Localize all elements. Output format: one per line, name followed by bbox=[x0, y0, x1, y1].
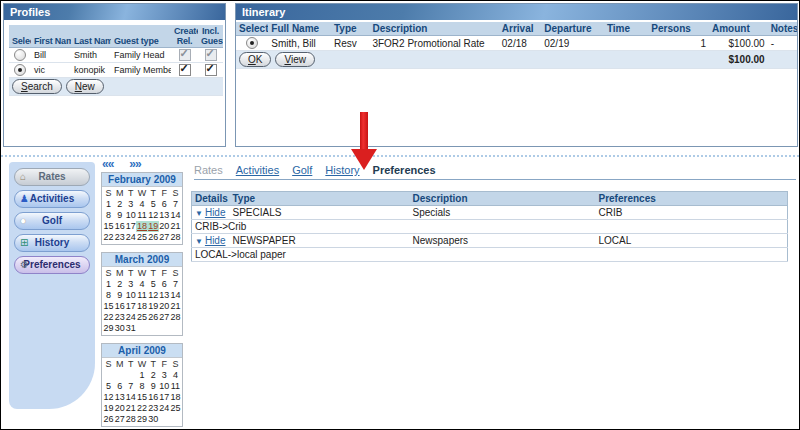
calendar-day[interactable]: 9 bbox=[114, 290, 125, 301]
search-button[interactable]: Search bbox=[12, 79, 62, 94]
sidebar-item-preferences[interactable]: ⚙Preferences bbox=[14, 256, 90, 274]
calendar-day[interactable]: 21 bbox=[125, 403, 136, 414]
calendar-day[interactable]: 21 bbox=[170, 221, 181, 232]
ok-button[interactable]: OK bbox=[239, 52, 271, 67]
calendar-day[interactable]: 10 bbox=[125, 290, 136, 301]
radio-button[interactable] bbox=[246, 37, 258, 49]
calendar-day[interactable]: 27 bbox=[159, 232, 170, 243]
calendar-day[interactable]: 28 bbox=[170, 312, 181, 323]
calendar-day[interactable]: 15 bbox=[136, 392, 147, 403]
calendar-day[interactable]: 7 bbox=[170, 199, 181, 210]
tab-activities[interactable]: Activities bbox=[236, 164, 279, 176]
calendar-day[interactable]: 16 bbox=[114, 301, 125, 312]
calendar-prev-icon[interactable]: «« bbox=[102, 157, 113, 171]
calendar-day[interactable]: 2 bbox=[114, 199, 125, 210]
calendar-day[interactable]: 7 bbox=[125, 381, 136, 392]
calendar-day[interactable]: 15 bbox=[103, 301, 114, 312]
new-button[interactable]: New bbox=[66, 79, 104, 94]
calendar-day[interactable]: 23 bbox=[114, 312, 125, 323]
tab-golf[interactable]: Golf bbox=[292, 164, 312, 176]
checkbox[interactable] bbox=[179, 64, 191, 76]
calendar-day[interactable]: 30 bbox=[148, 414, 159, 425]
calendar-day[interactable]: 15 bbox=[103, 221, 114, 232]
calendar-day[interactable]: 1 bbox=[103, 199, 114, 210]
calendar-day[interactable]: 23 bbox=[148, 403, 159, 414]
calendar-day[interactable]: 11 bbox=[170, 381, 181, 392]
calendar-day[interactable]: 14 bbox=[170, 290, 181, 301]
calendar-day[interactable]: 20 bbox=[159, 301, 170, 312]
calendar-day[interactable]: 28 bbox=[170, 232, 181, 243]
calendar-day[interactable]: 11 bbox=[136, 290, 147, 301]
calendar-day[interactable]: 27 bbox=[159, 312, 170, 323]
calendar-day[interactable]: 27 bbox=[114, 414, 125, 425]
radio-button[interactable] bbox=[14, 64, 26, 76]
calendar-day[interactable]: 24 bbox=[125, 232, 136, 243]
calendar-day[interactable]: 3 bbox=[159, 370, 170, 381]
calendar-day[interactable]: 1 bbox=[136, 370, 147, 381]
calendar-day[interactable]: 5 bbox=[148, 279, 159, 290]
calendar-day[interactable]: 18 bbox=[136, 301, 147, 312]
calendar-day[interactable]: 9 bbox=[114, 210, 125, 221]
calendar-day[interactable]: 6 bbox=[159, 279, 170, 290]
calendar-day[interactable]: 8 bbox=[103, 210, 114, 221]
calendar-day[interactable]: 8 bbox=[103, 290, 114, 301]
calendar-day[interactable]: 4 bbox=[136, 199, 147, 210]
calendar-day[interactable]: 17 bbox=[125, 221, 136, 232]
calendar-day[interactable]: 23 bbox=[114, 232, 125, 243]
calendar-day[interactable]: 31 bbox=[125, 323, 136, 334]
calendar-day[interactable]: 25 bbox=[136, 312, 147, 323]
calendar-day[interactable]: 18 bbox=[136, 221, 147, 232]
calendar-day[interactable]: 16 bbox=[148, 392, 159, 403]
calendar-day[interactable]: 5 bbox=[148, 199, 159, 210]
calendar-day[interactable]: 22 bbox=[103, 232, 114, 243]
calendar-day[interactable]: 24 bbox=[125, 312, 136, 323]
sidebar-item-golf[interactable]: ●Golf bbox=[14, 212, 90, 230]
sidebar-item-activities[interactable]: ♟Activities bbox=[14, 190, 90, 208]
checkbox[interactable] bbox=[179, 49, 191, 61]
calendar-day[interactable]: 4 bbox=[136, 279, 147, 290]
calendar-day[interactable]: 14 bbox=[125, 392, 136, 403]
calendar-day[interactable]: 9 bbox=[148, 381, 159, 392]
calendar-day[interactable]: 12 bbox=[148, 210, 159, 221]
calendar-day[interactable]: 22 bbox=[103, 312, 114, 323]
calendar-day[interactable]: 25 bbox=[170, 403, 181, 414]
calendar-day[interactable]: 13 bbox=[114, 392, 125, 403]
calendar-day[interactable]: 4 bbox=[170, 370, 181, 381]
calendar-day[interactable]: 3 bbox=[125, 199, 136, 210]
calendar-day[interactable]: 19 bbox=[148, 221, 159, 232]
calendar-day[interactable]: 18 bbox=[170, 392, 181, 403]
calendar-day[interactable]: 20 bbox=[159, 221, 170, 232]
calendar-day[interactable]: 26 bbox=[148, 312, 159, 323]
calendar-day[interactable]: 3 bbox=[125, 279, 136, 290]
tab-preferences[interactable]: Preferences bbox=[373, 164, 436, 176]
checkbox[interactable] bbox=[205, 64, 217, 76]
calendar-day[interactable]: 19 bbox=[103, 403, 114, 414]
calendar-day[interactable]: 6 bbox=[159, 199, 170, 210]
calendar-day[interactable]: 14 bbox=[170, 210, 181, 221]
sidebar-item-history[interactable]: ⊞History bbox=[14, 234, 90, 252]
calendar-next-icon[interactable]: »» bbox=[129, 157, 140, 171]
calendar-day[interactable]: 16 bbox=[114, 221, 125, 232]
calendar-day[interactable]: 8 bbox=[136, 381, 147, 392]
calendar-day[interactable]: 10 bbox=[159, 381, 170, 392]
view-button[interactable]: View bbox=[275, 52, 315, 67]
checkbox[interactable] bbox=[205, 49, 217, 61]
calendar-day[interactable]: 21 bbox=[170, 301, 181, 312]
calendar-day[interactable]: 26 bbox=[148, 232, 159, 243]
calendar-day[interactable]: 5 bbox=[103, 381, 114, 392]
calendar-day[interactable]: 22 bbox=[136, 403, 147, 414]
calendar-day[interactable]: 11 bbox=[136, 210, 147, 221]
hide-link[interactable]: Hide bbox=[205, 207, 226, 218]
calendar-day[interactable]: 17 bbox=[159, 392, 170, 403]
radio-button[interactable] bbox=[14, 49, 26, 61]
calendar-day[interactable]: 24 bbox=[159, 403, 170, 414]
calendar-day[interactable]: 2 bbox=[114, 279, 125, 290]
calendar-day[interactable]: 2 bbox=[148, 370, 159, 381]
calendar-day[interactable]: 26 bbox=[103, 414, 114, 425]
calendar-day[interactable]: 30 bbox=[114, 323, 125, 334]
calendar-day[interactable]: 20 bbox=[114, 403, 125, 414]
calendar-day[interactable]: 19 bbox=[148, 301, 159, 312]
calendar-day[interactable]: 13 bbox=[159, 290, 170, 301]
calendar-day[interactable]: 13 bbox=[159, 210, 170, 221]
calendar-day[interactable]: 1 bbox=[103, 279, 114, 290]
